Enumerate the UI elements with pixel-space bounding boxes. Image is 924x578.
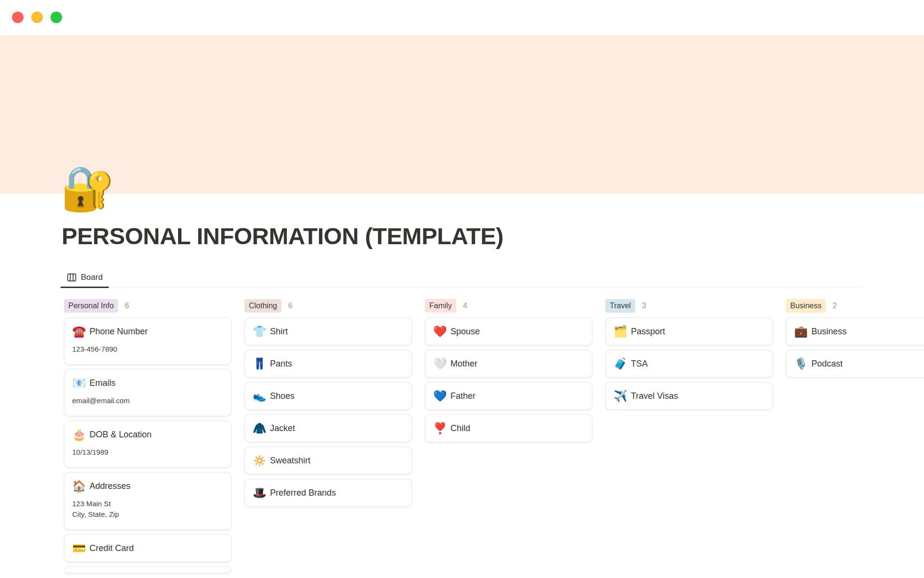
folder-icon: 🗂️ xyxy=(614,325,627,338)
card-title-row: 🤍Mother xyxy=(433,357,584,370)
card-title: Jacket xyxy=(270,421,295,435)
board-card[interactable]: ❣️Child xyxy=(425,414,592,442)
card-title: Shoes xyxy=(270,389,295,403)
board-column-travel: Travel3🗂️Passport🧳TSA✈️Travel Visas xyxy=(605,299,773,410)
board-card[interactable]: ❤️Spouse xyxy=(425,317,592,345)
column-name-pill[interactable]: Travel xyxy=(605,299,635,313)
card-subtitle: 123-456-7890 xyxy=(72,344,223,355)
card-title: Podcast xyxy=(811,357,843,370)
card-subtitle: 10/13/1989 xyxy=(72,447,223,458)
board-card[interactable]: 🎩Preferred Brands xyxy=(244,479,412,507)
board-card[interactable]: 🎂DOB & Location10/13/1989 xyxy=(64,420,231,468)
page-title[interactable]: PERSONAL INFORMATION (TEMPLATE) xyxy=(62,223,503,250)
red-heart-icon: ❤️ xyxy=(433,325,446,338)
column-card-count: 4 xyxy=(463,302,467,310)
card-subtitle-line: 10/13/1989 xyxy=(72,447,223,458)
board-card[interactable]: 🔅Sweatshirt xyxy=(244,447,412,474)
column-name-pill[interactable]: Business xyxy=(786,299,826,313)
board-card[interactable]: 🧥Jacket xyxy=(244,414,412,442)
board-card[interactable]: 👖Pants xyxy=(244,350,412,378)
briefcase-icon: 💼 xyxy=(794,325,807,338)
close-button[interactable] xyxy=(12,12,24,23)
column-name-pill[interactable]: Family xyxy=(425,299,456,313)
board-card[interactable]: 📧Emailsemail@email.com xyxy=(64,369,231,416)
card-title-row: ❤️Spouse xyxy=(433,325,584,338)
board-card[interactable]: 🗂️Passport xyxy=(605,317,773,345)
view-tabs-bar: Board xyxy=(61,267,861,288)
board-view-icon xyxy=(67,273,77,282)
running-shoe-icon: 👟 xyxy=(253,389,266,403)
column-header: Family4 xyxy=(425,299,592,313)
column-card-count: 6 xyxy=(125,302,129,310)
coat-icon: 🧥 xyxy=(253,421,266,435)
board-card[interactable]: 🏠Addresses123 Main StCity, State, Zip xyxy=(64,472,231,530)
column-card-count: 6 xyxy=(288,302,293,310)
card-title: Travel Visas xyxy=(631,389,678,403)
board-view: Personal Info6☎️Phone Number123-456-7890… xyxy=(64,299,924,573)
card-title-row: ❣️Child xyxy=(433,421,584,435)
board-card-partial[interactable] xyxy=(64,566,231,573)
card-title: Addresses xyxy=(90,479,130,493)
column-header: Clothing6 xyxy=(244,299,412,313)
page-cover xyxy=(0,35,924,194)
jeans-icon: 👖 xyxy=(253,357,266,370)
column-card-count: 3 xyxy=(642,302,646,310)
board-card[interactable]: 🧳TSA xyxy=(605,350,773,378)
column-card-count: 2 xyxy=(833,302,837,310)
card-title: Credit Card xyxy=(90,541,134,555)
board-card[interactable]: 💼Business xyxy=(786,317,924,345)
card-title: Pants xyxy=(270,357,292,370)
board-card[interactable]: 🤍Mother xyxy=(425,350,592,378)
column-name-pill[interactable]: Clothing xyxy=(244,299,282,313)
window-titlebar xyxy=(0,0,924,35)
tab-board[interactable]: Board xyxy=(61,267,109,288)
heart-exclamation-icon: ❣️ xyxy=(433,421,446,435)
card-title-row: 🎩Preferred Brands xyxy=(253,486,404,499)
board-card[interactable]: 👟Shoes xyxy=(244,382,412,410)
board-column-family: Family4❤️Spouse🤍Mother💙Father❣️Child xyxy=(425,299,592,442)
board-card[interactable]: ☎️Phone Number123-456-7890 xyxy=(64,317,231,365)
card-subtitle-line: 123-456-7890 xyxy=(72,344,223,355)
column-header: Travel3 xyxy=(605,299,773,313)
locked-with-key-icon[interactable]: 🔐 xyxy=(61,164,115,214)
board-column-personal-info: Personal Info6☎️Phone Number123-456-7890… xyxy=(64,299,231,573)
card-title-row: 👖Pants xyxy=(253,357,404,370)
email-icon: 📧 xyxy=(72,376,85,390)
card-title-row: 🗂️Passport xyxy=(614,325,765,338)
microphone-icon: 🎙️ xyxy=(794,357,807,370)
card-title: Sweatshirt xyxy=(270,454,310,467)
dim-sun-icon: 🔅 xyxy=(253,454,266,467)
birthday-cake-icon: 🎂 xyxy=(72,428,85,441)
card-title-row: 🔅Sweatshirt xyxy=(253,454,404,467)
card-title-row: 💙Father xyxy=(433,389,584,403)
blue-heart-icon: 💙 xyxy=(433,389,446,403)
card-title: Mother xyxy=(450,357,477,370)
card-title-row: 👟Shoes xyxy=(253,389,404,403)
board-card[interactable]: ✈️Travel Visas xyxy=(605,382,773,410)
card-subtitle: email@email.com xyxy=(72,395,223,406)
tshirt-icon: 👕 xyxy=(253,325,266,338)
card-title: Phone Number xyxy=(90,325,148,338)
board-card[interactable]: 👕Shirt xyxy=(244,317,412,345)
card-title-row: ☎️Phone Number xyxy=(72,325,223,338)
column-name-pill[interactable]: Personal Info xyxy=(64,299,118,313)
card-title: Emails xyxy=(90,376,116,390)
board-card[interactable]: 🎙️Podcast xyxy=(786,350,924,378)
card-title-row: ✈️Travel Visas xyxy=(614,389,765,403)
house-icon: 🏠 xyxy=(72,479,85,493)
telephone-icon: ☎️ xyxy=(72,325,85,338)
card-title-row: 👕Shirt xyxy=(253,325,404,338)
board-card[interactable]: 💙Father xyxy=(425,382,592,410)
card-subtitle-line: email@email.com xyxy=(72,395,223,406)
board-column-clothing: Clothing6👕Shirt👖Pants👟Shoes🧥Jacket🔅Sweat… xyxy=(244,299,412,507)
card-title: Child xyxy=(450,421,470,435)
card-subtitle-line: City, State, Zip xyxy=(72,509,223,520)
tab-board-label: Board xyxy=(81,273,103,282)
board-card[interactable]: 💳Credit Card xyxy=(64,534,231,562)
top-hat-icon: 🎩 xyxy=(253,486,266,499)
traffic-lights xyxy=(12,12,62,23)
minimize-button[interactable] xyxy=(31,12,43,23)
column-header: Personal Info6 xyxy=(64,299,231,313)
card-title: Business xyxy=(811,325,847,338)
zoom-button[interactable] xyxy=(51,12,62,23)
